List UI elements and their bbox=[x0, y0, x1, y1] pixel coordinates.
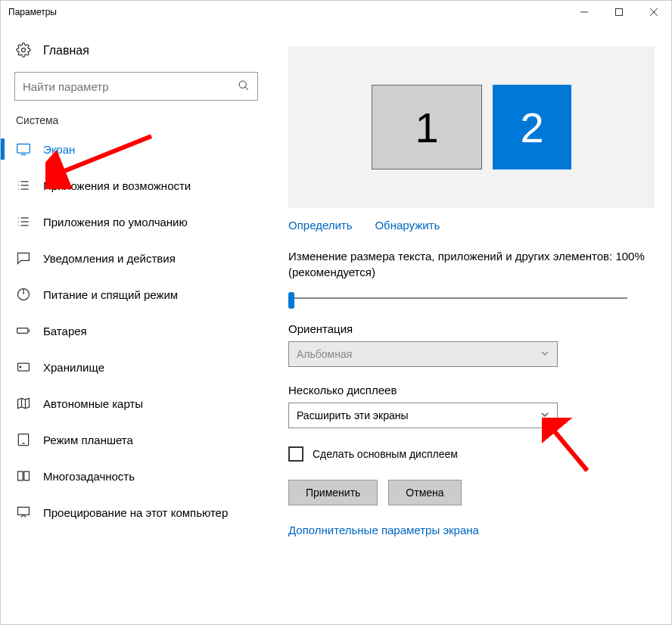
svg-rect-33 bbox=[24, 471, 30, 480]
maximize-button[interactable] bbox=[602, 1, 636, 23]
svg-rect-34 bbox=[18, 507, 30, 515]
nav-item-notifications[interactable]: Уведомления и действия bbox=[1, 240, 272, 276]
gear-icon bbox=[16, 42, 31, 60]
nav-item-tablet[interactable]: Режим планшета bbox=[1, 421, 272, 458]
apply-button[interactable]: Применить bbox=[288, 480, 378, 505]
detect-link[interactable]: Обнаружить bbox=[375, 219, 440, 232]
home-button[interactable]: Главная bbox=[1, 37, 272, 72]
sidebar: Главная Система Экран Приложения и возмо… bbox=[1, 23, 272, 624]
comment-icon bbox=[16, 250, 31, 266]
search-icon bbox=[238, 79, 250, 94]
battery-icon bbox=[16, 323, 31, 338]
orientation-label: Ориентация bbox=[288, 322, 655, 335]
nav-item-projecting[interactable]: Проецирование на этот компьютер bbox=[1, 494, 272, 530]
make-main-checkbox[interactable]: Сделать основным дисплеем bbox=[288, 446, 655, 462]
nav-item-storage[interactable]: Хранилище bbox=[1, 349, 272, 385]
search-input-container[interactable] bbox=[14, 72, 258, 101]
checkbox-icon bbox=[288, 446, 303, 462]
close-button[interactable] bbox=[636, 1, 671, 23]
scale-slider[interactable] bbox=[288, 291, 655, 306]
main-content: 1 2 Определить Обнаружить Изменение разм… bbox=[272, 23, 671, 624]
window-title: Параметры bbox=[8, 7, 567, 17]
multi-display-dropdown[interactable]: Расширить эти экраны bbox=[288, 403, 558, 428]
map-icon bbox=[16, 396, 31, 411]
nav-item-power[interactable]: Питание и спящий режим bbox=[1, 276, 272, 312]
svg-line-6 bbox=[245, 87, 248, 90]
svg-rect-7 bbox=[17, 144, 30, 153]
svg-marker-27 bbox=[18, 398, 30, 408]
storage-icon bbox=[16, 359, 31, 375]
identify-link[interactable]: Определить bbox=[288, 219, 353, 232]
cancel-button[interactable]: Отмена bbox=[388, 480, 461, 505]
display-arrangement[interactable]: 1 2 bbox=[288, 46, 655, 208]
multi-display-label: Несколько дисплеев bbox=[288, 384, 655, 396]
chevron-down-icon bbox=[540, 409, 549, 421]
project-icon bbox=[16, 505, 31, 520]
multitask-icon bbox=[16, 468, 31, 484]
list-icon bbox=[16, 214, 31, 229]
titlebar: Параметры bbox=[1, 1, 671, 23]
section-title: Система bbox=[1, 114, 272, 131]
minimize-button[interactable] bbox=[567, 1, 602, 23]
svg-rect-32 bbox=[18, 471, 23, 480]
svg-rect-1 bbox=[616, 9, 623, 16]
chevron-down-icon bbox=[540, 348, 549, 360]
list-icon bbox=[16, 178, 31, 193]
advanced-display-link[interactable]: Дополнительные параметры экрана bbox=[288, 524, 655, 536]
tablet-icon bbox=[16, 432, 31, 447]
monitor-icon bbox=[16, 141, 31, 157]
nav-item-battery[interactable]: Батарея bbox=[1, 312, 272, 349]
nav-item-display[interactable]: Экран bbox=[1, 131, 272, 167]
nav-item-maps[interactable]: Автономные карты bbox=[1, 385, 272, 421]
nav-item-default-apps[interactable]: Приложения по умолчанию bbox=[1, 204, 272, 240]
search-input[interactable] bbox=[23, 80, 238, 93]
home-label: Главная bbox=[43, 44, 89, 58]
svg-point-4 bbox=[22, 48, 26, 51]
monitor-1[interactable]: 1 bbox=[372, 85, 482, 169]
svg-point-26 bbox=[20, 366, 21, 368]
power-icon bbox=[16, 287, 31, 302]
svg-rect-23 bbox=[17, 328, 28, 334]
scale-label: Изменение размера текста, приложений и д… bbox=[288, 248, 655, 280]
orientation-dropdown[interactable]: Альбомная bbox=[288, 341, 558, 367]
monitor-2[interactable]: 2 bbox=[493, 85, 571, 169]
svg-point-5 bbox=[239, 81, 246, 88]
nav-item-apps[interactable]: Приложения и возможности bbox=[1, 167, 272, 204]
nav-item-multitask[interactable]: Многозадачность bbox=[1, 458, 272, 494]
